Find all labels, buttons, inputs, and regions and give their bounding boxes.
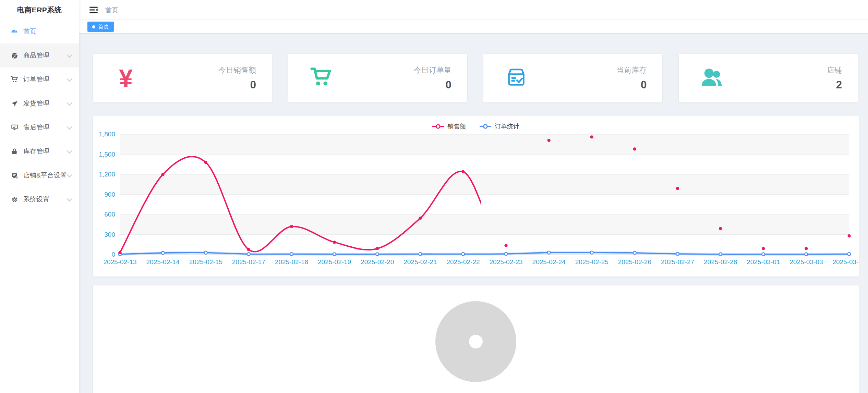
chevron-down-icon xyxy=(67,124,72,130)
globe-icon xyxy=(10,51,19,60)
tab-active-dot xyxy=(92,25,95,28)
svg-text:2025-03-04: 2025-03-04 xyxy=(832,258,859,266)
stat-cards-row: ¥ 今日销售额 0 今日订单量 0 当前库存 0 店铺 2 xyxy=(93,54,858,102)
chevron-down-icon xyxy=(67,172,72,177)
sidebar-item-1[interactable]: 商品管理 xyxy=(0,44,79,67)
tab-label: 首页 xyxy=(98,23,109,30)
stat-label: 今日订单量 xyxy=(414,65,451,75)
donut-placeholder-chart xyxy=(93,285,859,393)
cart-icon xyxy=(310,66,332,90)
cart-icon xyxy=(10,75,19,84)
svg-text:2025-02-25: 2025-02-25 xyxy=(575,258,608,266)
top-header: 首页 тT xyxy=(79,0,868,20)
monitor-icon xyxy=(10,123,19,132)
tab-bar: 首页 xyxy=(79,20,868,34)
chevron-down-icon xyxy=(67,52,72,58)
sidebar-item-label: 首页 xyxy=(23,27,73,36)
sales-chart-card: 销售额 订单统计 03006009001,2001,5001,8002025-0… xyxy=(93,116,859,277)
stat-card-2: 当前库存 0 xyxy=(483,54,662,102)
sidebar-item-3[interactable]: 发货管理 xyxy=(0,91,79,115)
sidebar-item-4[interactable]: 售后管理 xyxy=(0,115,79,139)
stat-value: 0 xyxy=(414,79,451,91)
svg-text:2025-02-19: 2025-02-19 xyxy=(318,258,351,266)
stat-value: 0 xyxy=(218,79,256,91)
stat-value: 2 xyxy=(827,79,842,91)
sidebar-item-7[interactable]: 系统设置 xyxy=(0,187,79,211)
svg-text:1,200: 1,200 xyxy=(99,171,115,178)
sidebar-item-label: 系统设置 xyxy=(23,195,67,204)
svg-text:0: 0 xyxy=(111,251,115,258)
svg-text:2025-02-26: 2025-02-26 xyxy=(618,258,651,266)
sidebar-item-2[interactable]: 订单管理 xyxy=(0,67,79,91)
svg-text:2025-03-01: 2025-03-01 xyxy=(747,258,780,266)
users-icon xyxy=(700,65,724,91)
svg-text:900: 900 xyxy=(104,191,115,198)
lock-icon xyxy=(10,147,19,156)
svg-text:2025-02-28: 2025-02-28 xyxy=(704,258,737,266)
svg-text:2025-02-23: 2025-02-23 xyxy=(489,258,522,266)
svg-text:2025-02-15: 2025-02-15 xyxy=(189,258,222,266)
stat-label: 当前库存 xyxy=(616,65,647,75)
sidebar-item-label: 售后管理 xyxy=(23,123,67,132)
breadcrumb[interactable]: 首页 xyxy=(105,6,118,15)
svg-text:2025-02-18: 2025-02-18 xyxy=(275,258,308,266)
svg-text:2025-02-20: 2025-02-20 xyxy=(361,258,394,266)
sidebar-fold-icon[interactable] xyxy=(89,5,98,15)
donut-chart-card xyxy=(93,285,859,393)
svg-text:300: 300 xyxy=(104,231,115,238)
svg-text:2025-02-24: 2025-02-24 xyxy=(532,258,566,266)
chevron-down-icon xyxy=(67,76,72,82)
sidebar-item-label: 发货管理 xyxy=(23,99,67,108)
send-icon xyxy=(10,99,19,108)
app-title: 电商ERP系统 xyxy=(0,0,79,20)
chevron-down-icon xyxy=(67,196,72,201)
device-icon xyxy=(10,171,19,180)
stat-value: 0 xyxy=(616,79,647,91)
sidebar-item-label: 库存管理 xyxy=(23,147,67,156)
svg-text:2025-02-27: 2025-02-27 xyxy=(661,258,694,266)
svg-text:2025-02-17: 2025-02-17 xyxy=(232,258,265,266)
sidebar-item-0[interactable]: 首页 xyxy=(0,20,79,44)
inventory-box-icon xyxy=(505,66,528,90)
dashboard-icon xyxy=(10,27,19,36)
svg-text:2025-02-13: 2025-02-13 xyxy=(103,258,136,266)
stat-card-3: 店铺 2 xyxy=(679,54,858,102)
stat-label: 今日销售额 xyxy=(218,65,256,75)
sidebar-item-5[interactable]: 库存管理 xyxy=(0,139,79,163)
sidebar-item-label: 店铺&平台设置 xyxy=(23,171,67,180)
chevron-down-icon xyxy=(67,100,72,106)
svg-text:2025-02-22: 2025-02-22 xyxy=(446,258,480,266)
sidebar-item-label: 商品管理 xyxy=(23,51,67,60)
stat-label: 店铺 xyxy=(827,65,842,75)
sidebar-item-label: 订单管理 xyxy=(23,75,67,84)
sidebar: 电商ERP系统 首页 商品管理 订单管理 发货管理 售后管理 库存管理 店铺&平… xyxy=(0,0,79,393)
svg-text:1,800: 1,800 xyxy=(99,131,115,138)
stat-card-1: 今日订单量 0 xyxy=(288,54,467,102)
svg-text:600: 600 xyxy=(104,211,115,218)
svg-text:2025-02-21: 2025-02-21 xyxy=(403,258,437,266)
stat-card-0: ¥ 今日销售额 0 xyxy=(93,54,272,102)
svg-text:2025-02-14: 2025-02-14 xyxy=(146,258,180,266)
sidebar-item-6[interactable]: 店铺&平台设置 xyxy=(0,163,79,187)
svg-text:2025-03-03: 2025-03-03 xyxy=(789,258,823,266)
tab-home[interactable]: 首页 xyxy=(87,22,114,32)
gear-icon xyxy=(10,195,19,204)
yen-icon: ¥ xyxy=(119,66,133,90)
svg-text:1,500: 1,500 xyxy=(99,151,115,158)
sales-orders-line-chart: 03006009001,2001,5001,8002025-02-132025-… xyxy=(93,116,859,277)
chevron-down-icon xyxy=(67,148,72,153)
sidebar-menu: 首页 商品管理 订单管理 发货管理 售后管理 库存管理 店铺&平台设置 系统设置 xyxy=(0,20,79,211)
